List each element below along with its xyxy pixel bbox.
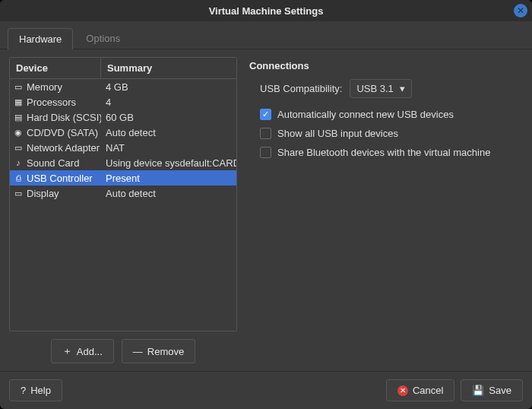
table-row[interactable]: ⎙USB ControllerPresent <box>10 170 236 185</box>
checkbox-auto[interactable]: ✓ <box>260 109 271 120</box>
checkbox-bt[interactable] <box>260 147 271 158</box>
plus-icon: ＋ <box>62 344 72 358</box>
device-summary: 60 GB <box>101 112 236 123</box>
window-title: Virtual Machine Settings <box>209 5 324 17</box>
device-name: USB Controller <box>27 173 93 184</box>
connections-title: Connections <box>249 60 521 71</box>
usb-icon: ⎙ <box>13 173 24 183</box>
display-icon: ▭ <box>13 188 24 198</box>
right-panel: Connections USB Compatibility: USB 3.1 ▾… <box>248 57 523 366</box>
device-summary: 4 <box>101 97 236 108</box>
cd-icon: ◉ <box>13 127 24 138</box>
tab-options[interactable]: Options <box>74 27 131 49</box>
cpu-icon: ▦ <box>13 97 24 107</box>
device-summary: Auto detect <box>101 188 236 199</box>
device-summary: Auto detect <box>101 127 236 138</box>
left-panel: Device Summary ▭Memory4 GB▦Processors4▤H… <box>9 57 237 366</box>
table-row[interactable]: ▭Memory4 GB <box>10 79 236 94</box>
sound-icon: ♪ <box>13 157 24 168</box>
help-label: Help <box>30 385 51 396</box>
tab-hardware[interactable]: Hardware <box>8 28 73 49</box>
disk-icon: ▤ <box>13 112 24 122</box>
device-name: Display <box>27 188 59 199</box>
device-table-header: Device Summary <box>10 58 236 79</box>
cancel-button[interactable]: ✕ Cancel <box>386 379 454 401</box>
bottom-bar: ? Help ✕ Cancel 💾 Save <box>0 371 532 409</box>
table-row[interactable]: ◉CD/DVD (SATA)Auto detect <box>10 125 236 140</box>
device-name: Processors <box>27 97 76 108</box>
check-auto-connect[interactable]: ✓ Automatically connect new USB devices <box>249 109 521 120</box>
add-label: Add... <box>77 346 103 357</box>
memory-icon: ▭ <box>13 81 24 92</box>
device-summary: Present <box>101 173 236 184</box>
table-row[interactable]: ▤Hard Disk (SCSI)60 GB <box>10 109 236 125</box>
checkbox-show[interactable] <box>260 128 271 139</box>
check-bt-label: Share Bluetooth devices with the virtual… <box>277 147 490 158</box>
table-row[interactable]: ▦Processors4 <box>10 94 236 109</box>
remove-button[interactable]: — Remove <box>122 339 195 363</box>
usb-compat-select[interactable]: USB 3.1 ▾ <box>350 79 411 98</box>
chevron-down-icon: ▾ <box>400 83 405 94</box>
check-show-label: Show all USB input devices <box>277 128 398 139</box>
device-summary: 4 GB <box>101 81 236 93</box>
tab-bar: Hardware Options <box>0 21 532 49</box>
check-show-all[interactable]: Show all USB input devices <box>249 128 521 139</box>
device-summary: Using device sysdefault:CARD= <box>101 157 236 169</box>
add-button[interactable]: ＋ Add... <box>51 339 114 363</box>
settings-window: Virtual Machine Settings ✕ Hardware Opti… <box>0 0 532 409</box>
check-share-bt[interactable]: Share Bluetooth devices with the virtual… <box>249 147 521 158</box>
usb-compat-row: USB Compatibility: USB 3.1 ▾ <box>249 79 521 98</box>
content-area: Device Summary ▭Memory4 GB▦Processors4▤H… <box>0 49 532 371</box>
device-buttons: ＋ Add... — Remove <box>9 331 237 366</box>
table-row[interactable]: ♪Sound CardUsing device sysdefault:CARD= <box>10 155 236 170</box>
network-icon: ▭ <box>13 142 24 153</box>
device-name: CD/DVD (SATA) <box>27 127 98 138</box>
device-name: Memory <box>27 81 62 93</box>
device-summary: NAT <box>101 142 236 154</box>
usb-compat-value: USB 3.1 <box>356 83 393 94</box>
header-summary[interactable]: Summary <box>101 58 236 78</box>
device-table: Device Summary ▭Memory4 GB▦Processors4▤H… <box>9 57 237 331</box>
minus-icon: — <box>133 346 143 357</box>
usb-compat-label: USB Compatibility: <box>260 83 342 94</box>
titlebar: Virtual Machine Settings ✕ <box>0 0 532 21</box>
table-row[interactable]: ▭Network AdapterNAT <box>10 140 236 155</box>
device-name: Network Adapter <box>27 142 100 154</box>
remove-label: Remove <box>147 346 184 357</box>
cancel-icon: ✕ <box>397 385 408 396</box>
device-table-body: ▭Memory4 GB▦Processors4▤Hard Disk (SCSI)… <box>10 79 236 331</box>
help-button[interactable]: ? Help <box>9 379 62 401</box>
device-name: Sound Card <box>27 157 79 169</box>
save-icon: 💾 <box>472 385 484 396</box>
header-device[interactable]: Device <box>10 58 101 78</box>
close-icon[interactable]: ✕ <box>514 4 527 17</box>
save-label: Save <box>489 385 511 396</box>
cancel-label: Cancel <box>413 385 443 396</box>
save-button[interactable]: 💾 Save <box>461 379 523 401</box>
table-row[interactable]: ▭DisplayAuto detect <box>10 185 236 201</box>
device-name: Hard Disk (SCSI) <box>27 112 101 123</box>
help-icon: ? <box>21 385 26 396</box>
check-auto-label: Automatically connect new USB devices <box>277 109 454 120</box>
